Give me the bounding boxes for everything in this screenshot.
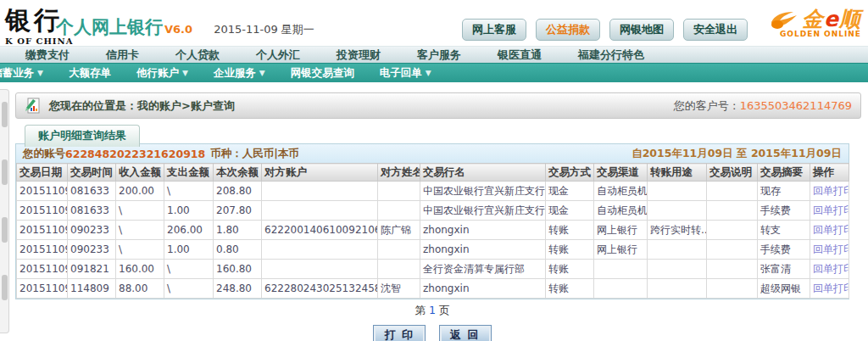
primary-nav-item[interactable]: 个人外汇 bbox=[256, 48, 300, 63]
primary-nav-item[interactable]: 信用卡 bbox=[106, 48, 139, 63]
cell-note bbox=[707, 182, 758, 201]
pagination: 第1页 bbox=[15, 304, 849, 318]
primary-nav-item[interactable]: 投资理财 bbox=[337, 48, 381, 63]
cell-counterparty-account bbox=[262, 240, 378, 260]
header-buttons: 网上客服 公益捐款 网银地图 安全退出 bbox=[462, 19, 748, 41]
table-body: 20151109 081633 200.00 \ 208.80 中国农业银行宜兴… bbox=[17, 182, 849, 299]
sidebar-grip[interactable] bbox=[2, 102, 8, 127]
cell-counterparty-name bbox=[378, 260, 420, 279]
sidebar-grip[interactable] bbox=[2, 159, 8, 185]
cell-counterparty-account bbox=[262, 201, 378, 221]
header: 银行 K OF CHINA 个人网上银行V6.0 2015-11-09 星期一 … bbox=[0, 0, 868, 46]
nav-corporate-service[interactable]: 企业服务▼ bbox=[214, 66, 265, 81]
receipt-print-link[interactable]: 回单打印 bbox=[813, 243, 849, 255]
cell-summary: 张富清 bbox=[758, 260, 810, 279]
primary-nav-item[interactable]: 缴费支付 bbox=[25, 48, 70, 63]
cell-channel: 自动柜员机 bbox=[594, 201, 648, 221]
receipt-print-link[interactable]: 回单打印 bbox=[813, 224, 849, 236]
receipt-print-link[interactable]: 回单打印 bbox=[813, 263, 849, 275]
cell-expense: \ bbox=[164, 260, 214, 279]
page-suffix: 页 bbox=[439, 304, 450, 316]
cell-balance: 207.80 bbox=[214, 201, 262, 221]
primary-nav-item[interactable]: 银医直通 bbox=[498, 48, 542, 63]
primary-nav-item[interactable]: 个人贷款 bbox=[175, 48, 220, 63]
golden-online-logo: 金e顺 GOLDEN ONLINE bbox=[734, 5, 861, 38]
cell-method: 转账 bbox=[546, 279, 594, 299]
cell-channel: 网上银行 bbox=[594, 240, 648, 260]
nav-large-deposit[interactable]: 大额存单 bbox=[69, 66, 111, 81]
cell-purpose bbox=[648, 201, 707, 221]
print-button[interactable]: 打 印 bbox=[373, 325, 426, 341]
cell-bank-name: 全行资金清算专属行部 bbox=[420, 260, 546, 279]
nav-other-bank-account[interactable]: 他行账户▼ bbox=[136, 66, 188, 81]
cell-note bbox=[707, 279, 758, 299]
cell-summary: 手续费 bbox=[758, 240, 810, 260]
receipt-print-link[interactable]: 回单打印 bbox=[813, 204, 849, 216]
charity-donation-button[interactable]: 公益捐款 bbox=[536, 19, 600, 41]
cell-purpose bbox=[648, 279, 707, 299]
cell-purpose bbox=[648, 240, 707, 260]
table-row: 20151109 081633 200.00 \ 208.80 中国农业银行宜兴… bbox=[17, 182, 849, 201]
cell-summary: 转支 bbox=[758, 221, 810, 240]
sidebar-grip[interactable] bbox=[2, 217, 8, 243]
cell-channel: 自动柜员机 bbox=[594, 182, 648, 201]
receipt-print-link[interactable]: 回单打印 bbox=[813, 282, 849, 294]
nav-e-receipt[interactable]: 电子回单▼ bbox=[380, 66, 431, 81]
main-content: 您现在的位置是：我的账户>账户查询 您的客户号： 163550346211476… bbox=[0, 82, 868, 341]
cell-method: 现金 bbox=[546, 182, 594, 201]
cell-time: 090233 bbox=[68, 221, 116, 240]
collapsed-sidebar-handle[interactable] bbox=[0, 89, 9, 333]
table-row: 20151109 114809 88.00 \ 248.80 622280243… bbox=[17, 279, 849, 299]
cell-method: 转账 bbox=[546, 260, 594, 279]
cell-income: 200.00 bbox=[116, 182, 164, 201]
column-header: 收入金额 bbox=[116, 164, 164, 182]
location-icon bbox=[25, 98, 42, 114]
cell-income: 88.00 bbox=[116, 279, 164, 299]
column-header: 对方账户 bbox=[262, 164, 378, 182]
cell-channel: 网上银行 bbox=[594, 221, 648, 240]
chevron-down-icon: ▼ bbox=[182, 69, 188, 77]
nav-savings[interactable]: 储蓄业务▼ bbox=[0, 66, 43, 81]
cell-purpose: 跨行实时转... bbox=[648, 221, 707, 240]
cell-summary: 手续费 bbox=[758, 201, 810, 221]
column-header: 操作 bbox=[810, 164, 849, 182]
online-service-button[interactable]: 网上客服 bbox=[462, 19, 526, 41]
table-row: 20151109 090233 \ 1.00 0.80 zhongxin 转账 … bbox=[17, 240, 849, 260]
cell-bank-name: zhongxin bbox=[420, 221, 546, 240]
column-header: 交易说明 bbox=[707, 164, 758, 182]
breadcrumb: 您现在的位置是：我的账户>账户查询 bbox=[49, 98, 235, 114]
currency-label: 币种： bbox=[210, 147, 242, 161]
cell-counterparty-name bbox=[378, 201, 420, 221]
cell-date: 20151109 bbox=[17, 201, 68, 221]
cell-balance: 1.80 bbox=[214, 221, 262, 240]
table-row: 20151109 081633 \ 1.00 207.80 中国农业银行宜兴新庄… bbox=[17, 201, 849, 221]
cell-action: 回单打印 bbox=[810, 240, 849, 260]
cell-expense: 206.00 bbox=[164, 221, 214, 240]
cell-income: \ bbox=[116, 240, 164, 260]
cell-counterparty-account: 6222802430251324581 bbox=[262, 279, 378, 299]
ebank-map-button[interactable]: 网银地图 bbox=[609, 19, 674, 41]
account-info-bar: 您的账号 6228482022321620918 币种： 人民币|本币 自201… bbox=[16, 144, 849, 163]
cell-expense: 1.00 bbox=[164, 201, 214, 221]
cell-bank-name: zhongxin bbox=[420, 279, 546, 299]
currency-value: 人民币|本币 bbox=[242, 147, 299, 161]
page-prefix: 第 bbox=[415, 304, 426, 316]
primary-nav-item[interactable]: 客户服务 bbox=[417, 48, 461, 63]
back-button[interactable]: 返 回 bbox=[439, 325, 492, 341]
tab-account-detail-results[interactable]: 账户明细查询结果 bbox=[25, 125, 140, 147]
cell-expense: \ bbox=[164, 182, 214, 201]
cell-note bbox=[707, 201, 758, 221]
secondary-nav: 储蓄业务▼ 大额存单 他行账户▼ 企业服务▼ 网银交易查询 电子回单▼ bbox=[0, 63, 868, 82]
column-header: 本次余额 bbox=[214, 164, 262, 182]
cell-note bbox=[707, 221, 758, 240]
primary-nav: 缴费支付信用卡个人贷款个人外汇投资理财客户服务银医直通福建分行特色 bbox=[0, 46, 868, 63]
product-title: 个人网上银行 bbox=[56, 17, 163, 37]
nav-transaction-query[interactable]: 网银交易查询 bbox=[291, 66, 354, 81]
receipt-print-link[interactable]: 回单打印 bbox=[813, 185, 849, 197]
client-no-label: 您的客户号： bbox=[674, 98, 740, 114]
cell-action: 回单打印 bbox=[810, 221, 849, 240]
golden-swoosh-icon bbox=[768, 7, 802, 32]
primary-nav-item[interactable]: 福建分行特色 bbox=[578, 48, 644, 63]
sidebar-grip[interactable] bbox=[2, 275, 8, 300]
column-header: 交易摘要 bbox=[758, 164, 810, 182]
